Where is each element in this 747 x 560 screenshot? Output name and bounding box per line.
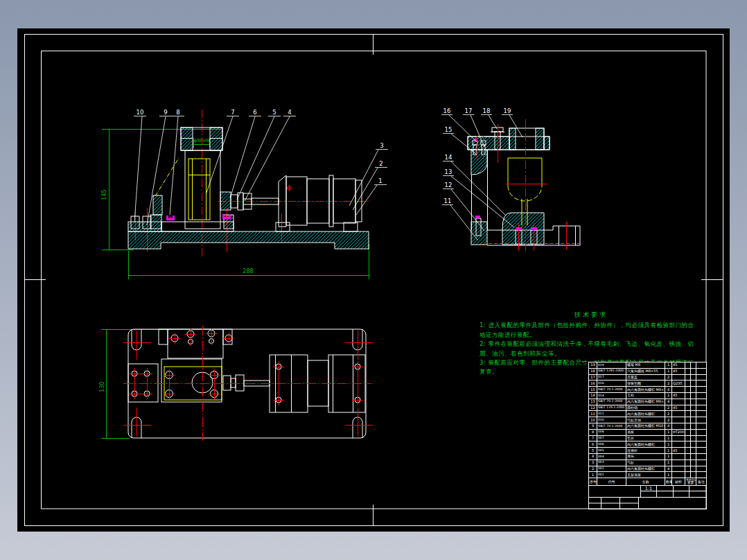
bom-cell — [696, 374, 707, 380]
bom-cell: 2 — [665, 411, 672, 417]
bom-cell: 内六角圆柱头螺钉 M6×20 — [626, 399, 665, 405]
bom-row: 5005连接杆145 — [589, 448, 707, 454]
bom-cell — [685, 448, 691, 454]
bom-cell — [672, 423, 685, 429]
bom-cell — [691, 411, 696, 417]
callout-label: 1 — [378, 177, 382, 184]
bom-cell — [691, 392, 696, 399]
bom-cell — [672, 374, 685, 380]
callout-label: 8 — [176, 109, 179, 116]
dim-width-front: 288 — [243, 268, 253, 274]
bom-cell: 18 — [589, 368, 597, 374]
bom-cell: 圆柱销 — [626, 405, 665, 411]
bom-cell: 连接杆 — [626, 448, 665, 454]
bom-cell — [691, 362, 696, 369]
callout-label: 4 — [288, 109, 291, 116]
bom-cell — [696, 362, 707, 369]
cad-viewer-canvas: { "colors": { "background_top": "#8a97ad… — [0, 0, 747, 560]
bom-cell — [696, 417, 707, 423]
bom-cell: 1 — [665, 472, 672, 478]
bom-cell: GB/T 119.1-2000 — [597, 405, 626, 411]
dim-height-front: 145 — [101, 189, 107, 200]
bom-cell: 1 — [589, 472, 597, 478]
bom-cell: 8 — [589, 429, 597, 435]
bom-cell — [691, 441, 696, 448]
bom-cell — [672, 441, 685, 448]
bom-cell: GB/T 70.1-2000 — [597, 399, 626, 405]
bom-header-remark: 备注 — [696, 478, 707, 486]
bom-cell — [672, 417, 685, 423]
bom-cell — [685, 374, 691, 380]
bom-cell: 立柱 — [626, 392, 665, 399]
bom-cell: GB/T 70.1-2000 — [597, 387, 626, 393]
bom-row: 3003气缸1 — [589, 460, 707, 466]
bom-cell: GB/T 5781-2000 — [597, 368, 626, 374]
bom-row: 13GB/T 70.1-2000内六角圆柱头螺钉 M6×204 — [589, 399, 707, 405]
bom-cell: 4 — [665, 466, 672, 472]
bom-cell: 压紧盖 — [626, 374, 665, 380]
bom-cell: 1 — [665, 362, 672, 369]
bom-cell — [685, 392, 691, 399]
bom-cell — [691, 429, 696, 435]
bom-cell — [672, 411, 685, 417]
bom-cell: 螺母 M8 — [626, 362, 665, 369]
bom-cell: 004 — [597, 453, 626, 460]
bom-row: 8008底板1HT200 — [589, 429, 707, 435]
bom-row: 12GB/T 119.1-2000圆柱销245 — [589, 405, 707, 411]
bom-cell — [685, 368, 691, 374]
bom-cell: 13 — [589, 399, 597, 405]
bom-cell: 1 — [665, 392, 672, 399]
bom-cell: 2 — [665, 380, 672, 387]
bom-cell — [696, 435, 707, 441]
bom-cell — [696, 453, 707, 460]
bom-cell: 005 — [597, 448, 626, 454]
bom-cell — [685, 362, 691, 369]
callout-label: 2 — [379, 160, 383, 167]
bom-row: 16016弹簧垫圈2Q235 — [589, 380, 707, 387]
bom-cell — [685, 453, 691, 460]
bom-cell: 003 — [597, 460, 626, 466]
bom-cell: 010 — [597, 417, 626, 423]
bom-cell: 4 — [665, 399, 672, 405]
bom-cell — [672, 399, 685, 405]
bom-cell — [685, 435, 691, 441]
callout-label: 10 — [137, 109, 144, 116]
bom-cell — [685, 466, 691, 472]
bom-cell: 014 — [597, 392, 626, 399]
bom-cell — [696, 441, 707, 448]
bom-cell — [685, 399, 691, 405]
technical-requirements-title: 技术要求 — [480, 310, 703, 320]
bom-cell — [696, 472, 707, 478]
bom-cell: 017 — [597, 374, 626, 380]
bom-cell: 内六角圆柱头螺钉 — [626, 441, 665, 448]
bom-cell: 1 — [665, 368, 672, 374]
bom-cell: 弹簧垫圈 — [626, 380, 665, 387]
bom-cell — [696, 411, 707, 417]
bom-row: 6006内六角圆柱头螺钉1 — [589, 441, 707, 448]
bom-row: 18GB/T 5781-2000六角头螺栓 M8×55145 — [589, 368, 707, 374]
bom-cell — [685, 405, 691, 411]
bom-row: 10010气缸压块2 — [589, 417, 707, 423]
bom-header-no: 序号 — [589, 478, 597, 486]
bom-cell — [685, 387, 691, 393]
bom-cell — [696, 392, 707, 399]
bom-cell: 支架底座 — [626, 472, 665, 478]
bom-cell — [691, 417, 696, 423]
bom-cell — [672, 472, 685, 478]
bom-header-weight: 单件 总计 重量 — [685, 478, 696, 486]
bom-cell: 11 — [589, 411, 597, 417]
bom-cell: 45 — [672, 362, 685, 369]
callout-label: 17 — [465, 107, 473, 114]
bom-row: 9GB/T 70.1-2000内六角圆柱头螺钉 M10×304 — [589, 423, 707, 429]
bom-cell: 2 — [589, 466, 597, 472]
bom-cell — [691, 374, 696, 380]
bom-cell: 内六角圆柱头螺钉 M10×30 — [626, 423, 665, 429]
bom-cell: 6 — [589, 441, 597, 448]
bom-cell: 1 — [665, 460, 672, 466]
bom-cell: 1 — [665, 453, 672, 460]
bom-cell — [685, 441, 691, 448]
bom-cell — [685, 423, 691, 429]
bom-cell: 5 — [589, 448, 597, 454]
bom-cell: 17 — [589, 374, 597, 380]
bom-cell: 19 — [589, 362, 597, 369]
